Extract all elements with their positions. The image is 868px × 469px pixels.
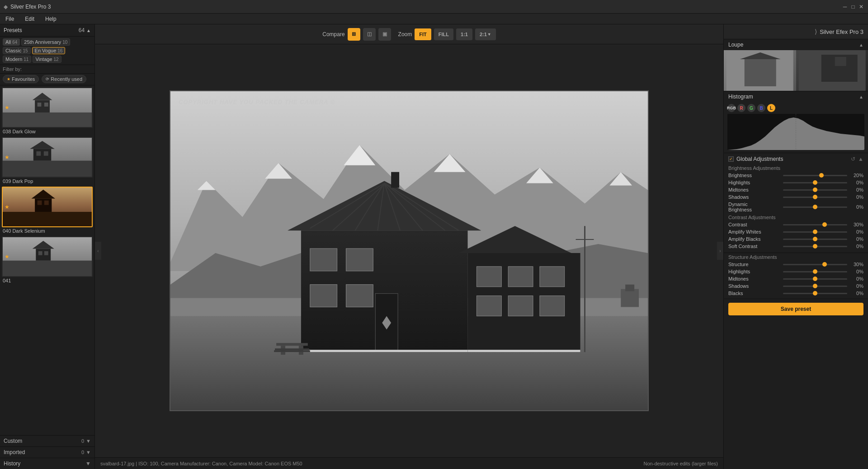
svg-rect-59 bbox=[391, 172, 399, 188]
preset-tag-classic[interactable]: Classic 15 bbox=[3, 47, 31, 54]
shadows-slider[interactable] bbox=[783, 197, 847, 198]
brightness-thumb[interactable] bbox=[819, 173, 824, 178]
menu-help[interactable]: Help bbox=[43, 15, 58, 23]
amplify-whites-slider[interactable] bbox=[783, 231, 847, 233]
preset-039-label: 039 Dark Pop bbox=[2, 178, 93, 185]
list-item[interactable]: ★ 040 Dark Selenium bbox=[2, 187, 93, 234]
midtones-thumb[interactable] bbox=[813, 188, 817, 192]
compare-btn-side[interactable]: ◫ bbox=[363, 28, 376, 41]
svg-rect-56 bbox=[476, 296, 501, 316]
amplify-blacks-thumb[interactable] bbox=[813, 237, 817, 241]
preset-tag-all[interactable]: All 64 bbox=[3, 38, 20, 46]
histogram-header[interactable]: Histogram ▲ bbox=[724, 91, 868, 102]
highlights-slider[interactable] bbox=[783, 182, 847, 183]
preset-tag-anniversary[interactable]: 25th Anniversary 10 bbox=[21, 38, 70, 46]
minimize-button[interactable]: ─ bbox=[842, 4, 848, 10]
shadows-value: 0% bbox=[850, 194, 863, 200]
contrast-thumb[interactable] bbox=[822, 222, 827, 227]
histogram-section: Histogram ▲ RGB R G B L bbox=[724, 91, 868, 153]
svg-rect-55 bbox=[540, 267, 565, 287]
structure-shadows-slider[interactable] bbox=[783, 286, 847, 287]
brightness-label: Brightness bbox=[728, 173, 780, 178]
structure-blacks-thumb[interactable] bbox=[813, 291, 817, 295]
history-section[interactable]: History ▼ bbox=[0, 458, 94, 469]
soft-contrast-thumb[interactable] bbox=[813, 244, 817, 249]
global-adj-reset-icon[interactable]: ↺ bbox=[851, 156, 855, 162]
structure-midtones-slider[interactable] bbox=[783, 278, 847, 280]
amplify-blacks-slider[interactable] bbox=[783, 239, 847, 240]
tag-vintage-label: Vintage bbox=[35, 56, 52, 62]
favourites-filter-btn[interactable]: ★ Favourites bbox=[3, 75, 39, 83]
menu-file[interactable]: File bbox=[4, 15, 16, 23]
soft-contrast-slider[interactable] bbox=[783, 246, 847, 247]
preset-tag-modern[interactable]: Modern 11 bbox=[3, 56, 31, 63]
menu-edit[interactable]: Edit bbox=[23, 15, 36, 23]
loupe-header[interactable]: Loupe ▲ bbox=[724, 39, 868, 50]
structure-slider[interactable] bbox=[783, 264, 847, 265]
compare-btn-split[interactable]: ▣ bbox=[378, 28, 391, 41]
dynamic-brightness-thumb[interactable] bbox=[813, 205, 817, 209]
imported-section[interactable]: Imported 0 ▼ bbox=[0, 446, 94, 458]
global-adj-icons: ↺ ▲ bbox=[851, 156, 863, 162]
contrast-slider[interactable] bbox=[783, 224, 847, 225]
structure-highlights-slider[interactable] bbox=[783, 271, 847, 272]
structure-shadows-thumb[interactable] bbox=[813, 284, 817, 288]
contrast-value: 30% bbox=[850, 222, 863, 227]
midtones-value: 0% bbox=[850, 187, 863, 192]
histogram-r-btn[interactable]: R bbox=[737, 104, 745, 112]
right-panel-toggle[interactable]: › bbox=[717, 242, 723, 260]
filter-label: Filter by: bbox=[0, 65, 94, 74]
compare-btn-single[interactable]: ⊞ bbox=[348, 28, 360, 41]
histogram-g-btn[interactable]: G bbox=[747, 104, 755, 112]
list-item[interactable]: ★ 041 bbox=[2, 236, 93, 284]
structure-shadows-slider-row: Shadows 0% bbox=[724, 282, 868, 290]
custom-section[interactable]: Custom 0 ▼ bbox=[0, 435, 94, 446]
nik-arrow-icon: ⟩ bbox=[815, 28, 817, 35]
zoom-group: Zoom FIT FILL 1:1 2:1 ▼ bbox=[398, 28, 496, 40]
list-item[interactable]: ★ 039 Dark Pop bbox=[2, 137, 93, 185]
structure-highlights-value: 0% bbox=[850, 269, 863, 274]
histogram-b-btn[interactable]: B bbox=[757, 104, 765, 112]
left-panel-toggle[interactable]: ‹ bbox=[95, 242, 101, 260]
structure-highlights-label: Highlights bbox=[728, 269, 780, 274]
nik-logo: ⟩ Silver Efex Pro 3 bbox=[815, 28, 863, 35]
structure-blacks-slider[interactable] bbox=[783, 293, 847, 294]
midtones-slider[interactable] bbox=[783, 189, 847, 191]
zoom-fill-btn[interactable]: FILL bbox=[434, 28, 453, 40]
main-layout: Presets 64 ▲ All 64 25th Anniversary 10 … bbox=[0, 24, 868, 469]
shadows-label: Shadows bbox=[728, 194, 780, 200]
close-button[interactable]: ✕ bbox=[858, 4, 864, 10]
amplify-whites-thumb[interactable] bbox=[813, 230, 817, 234]
histogram-l-btn[interactable]: L bbox=[767, 104, 775, 112]
histogram-rgb-btn[interactable]: RGB bbox=[727, 104, 736, 112]
preset-tag-vintage[interactable]: Vintage 12 bbox=[33, 56, 61, 63]
preset-tag-envogue[interactable]: En Vogue 16 bbox=[32, 47, 66, 54]
recently-used-label: Recently used bbox=[51, 76, 82, 82]
structure-highlights-thumb[interactable] bbox=[813, 269, 817, 274]
preset-040-label: 040 Dark Selenium bbox=[2, 227, 93, 234]
global-adj-collapse-icon[interactable]: ▲ bbox=[858, 156, 863, 162]
brightness-slider[interactable] bbox=[783, 175, 847, 176]
highlights-thumb[interactable] bbox=[813, 180, 817, 185]
dynamic-brightness-slider[interactable] bbox=[783, 206, 847, 208]
global-adj-checkbox[interactable]: ✓ bbox=[728, 156, 734, 162]
restore-button[interactable]: □ bbox=[850, 4, 856, 10]
presets-collapse-btn[interactable]: ▲ bbox=[86, 28, 91, 33]
favourites-label: Favourites bbox=[12, 76, 35, 82]
zoom-2to1-btn[interactable]: 2:1 ▼ bbox=[475, 28, 496, 40]
tag-anniversary-count: 10 bbox=[62, 40, 67, 45]
star-039: ★ bbox=[5, 154, 9, 160]
status-right: Non-destructive edits (larger files) bbox=[644, 461, 718, 466]
shadows-thumb[interactable] bbox=[813, 195, 817, 199]
svg-rect-17 bbox=[44, 201, 49, 205]
save-preset-button[interactable]: Save preset bbox=[728, 303, 863, 315]
zoom-1to1-btn[interactable]: 1:1 bbox=[456, 28, 472, 40]
structure-thumb[interactable] bbox=[822, 262, 827, 267]
zoom-fit-btn[interactable]: FIT bbox=[415, 28, 431, 40]
recently-used-filter-btn[interactable]: ⟳ Recently used bbox=[42, 75, 86, 83]
top-toolbar: Compare ⊞ ◫ ▣ Zoom FIT FILL 1:1 2:1 ▼ bbox=[95, 24, 723, 44]
svg-rect-5 bbox=[44, 103, 48, 107]
structure-midtones-thumb[interactable] bbox=[813, 277, 817, 281]
zoom-dropdown-icon: ▼ bbox=[487, 32, 491, 37]
list-item[interactable]: ★ 038 Dark Glow bbox=[2, 87, 93, 135]
